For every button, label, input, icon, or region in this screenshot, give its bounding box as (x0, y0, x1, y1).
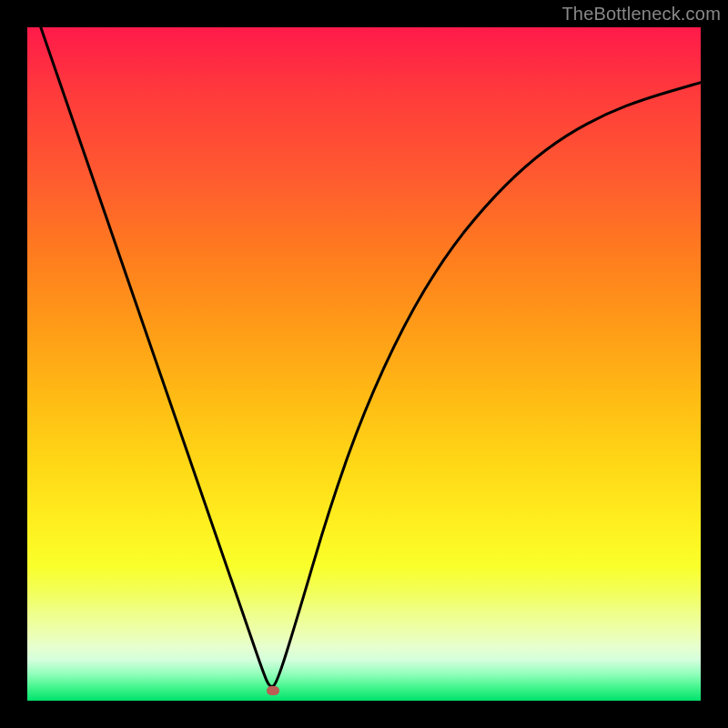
optimal-marker (267, 686, 279, 695)
watermark-text: TheBottleneck.com (561, 4, 721, 25)
plot-area (27, 27, 701, 701)
chart-frame: TheBottleneck.com (0, 0, 728, 728)
curve-path (41, 27, 701, 686)
bottleneck-curve (27, 27, 701, 701)
